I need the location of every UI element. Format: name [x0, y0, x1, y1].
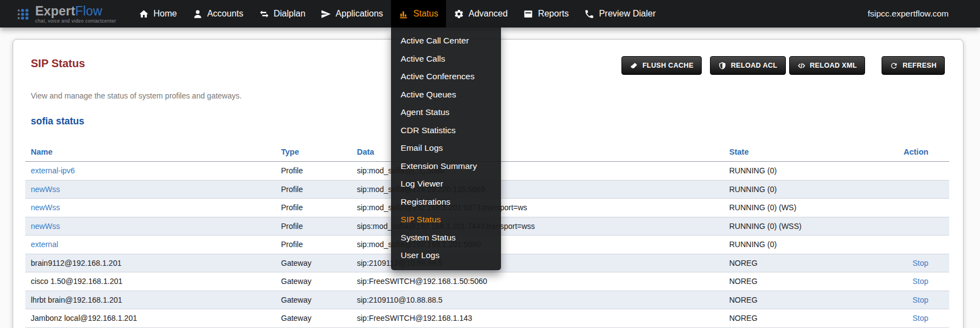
nav-item-applications[interactable]: Applications — [313, 0, 390, 28]
gateway-name: lhrbt brain@192.168.1.201 — [25, 296, 276, 304]
button-label: RELOAD XML — [810, 62, 857, 69]
nav-item-label: Dialplan — [274, 9, 306, 19]
gateway-name: brain9112@192.168.1.201 — [25, 259, 276, 267]
nav-item-reports[interactable]: Reports — [515, 0, 576, 28]
column-header-name: Name — [25, 147, 276, 156]
profile-link[interactable]: newWss — [31, 185, 60, 194]
nav-item-label: Preview Dialer — [599, 9, 656, 19]
cell-data: sip:2109110@10.88.88.5 — [351, 296, 724, 304]
table-row: Jambonz local@192.168.1.201 Gateway sip:… — [25, 309, 949, 328]
gateway-name: Jambonz local@192.168.1.201 — [25, 314, 276, 322]
cell-state: RUNNING (0) (WSS) — [724, 222, 904, 231]
cell-type: Gateway — [276, 259, 351, 267]
nav-item-status[interactable]: Status Active Call Center Active Calls A… — [391, 0, 446, 28]
reload-acl-button[interactable]: RELOAD ACL — [710, 56, 785, 75]
cell-type: Gateway — [276, 314, 351, 322]
profile-link[interactable]: newWss — [31, 222, 60, 231]
reload-xml-button[interactable]: RELOAD XML — [789, 56, 866, 75]
person-icon — [192, 9, 203, 19]
phone-icon — [584, 9, 594, 19]
stop-link[interactable]: Stop — [912, 259, 928, 267]
nav-item-label: Status — [414, 9, 438, 19]
cell-type: Profile — [276, 203, 351, 212]
cell-type: Profile — [276, 185, 351, 194]
stop-link[interactable]: Stop — [912, 314, 928, 322]
menu-item-cdr-statistics[interactable]: CDR Statistics — [391, 122, 501, 140]
flush-cache-button[interactable]: FLUSH CACHE — [621, 56, 702, 75]
cell-type: Gateway — [276, 296, 351, 304]
menu-item-active-queues[interactable]: Active Queues — [391, 86, 501, 104]
nav-item-label: Advanced — [469, 9, 508, 19]
column-header-type: Type — [276, 147, 351, 156]
nav-item-preview-dialer[interactable]: Preview Dialer — [576, 0, 663, 28]
nav-menu: Home Accounts Dialplan Applications Stat… — [131, 0, 663, 28]
nav-item-dialplan[interactable]: Dialplan — [251, 0, 313, 28]
cell-state: NOREG — [724, 277, 904, 286]
expertflow-logo: ExpertFlow chat, voice and video contact… — [16, 4, 124, 24]
cell-type: Profile — [276, 240, 351, 249]
menu-item-user-logs[interactable]: User Logs — [391, 247, 501, 265]
menu-item-active-conferences[interactable]: Active Conferences — [391, 68, 501, 86]
menu-item-system-status[interactable]: System Status — [391, 229, 501, 247]
cell-type: Gateway — [276, 277, 351, 286]
nav-item-label: Applications — [335, 9, 383, 19]
menu-item-extension-summary[interactable]: Extension Summary — [391, 157, 501, 176]
cell-state: RUNNING (0) — [724, 185, 904, 194]
archive-icon — [523, 9, 533, 19]
gateway-name: cisco 1.50@192.168.1.201 — [25, 277, 276, 286]
profile-link[interactable]: newWss — [31, 203, 60, 212]
eraser-icon — [630, 62, 638, 70]
shield-icon — [718, 62, 726, 70]
cell-type: Profile — [276, 166, 351, 175]
nav-item-label: Accounts — [207, 9, 244, 19]
cell-state: RUNNING (0) — [724, 240, 904, 249]
profile-link[interactable]: external-ipv6 — [31, 166, 75, 175]
menu-item-sip-status[interactable]: SIP Status — [391, 211, 501, 229]
paper-plane-icon — [321, 9, 331, 19]
nav-item-advanced[interactable]: Advanced — [446, 0, 515, 28]
stop-link[interactable]: Stop — [912, 296, 928, 304]
cell-type: Profile — [276, 222, 351, 231]
menu-item-email-logs[interactable]: Email Logs — [391, 139, 501, 157]
menu-item-active-calls[interactable]: Active Calls — [391, 50, 501, 68]
cell-state: NOREG — [724, 259, 904, 267]
gear-icon — [454, 9, 464, 19]
menu-item-log-viewer[interactable]: Log Viewer — [391, 175, 501, 193]
table-row: cisco 1.50@192.168.1.201 Gateway sip:Fre… — [25, 272, 949, 291]
logo-dots-icon — [16, 7, 31, 21]
menu-item-active-call-center[interactable]: Active Call Center — [391, 32, 501, 50]
page-title: SIP Status — [31, 58, 85, 69]
code-icon — [797, 62, 806, 70]
nav-item-label: Reports — [538, 9, 569, 19]
stop-link[interactable]: Stop — [912, 277, 928, 286]
logo-brand-expert: Expert — [35, 4, 75, 18]
page-description: View and manage the status of system pro… — [31, 91, 241, 100]
cell-state: RUNNING (0) (WS) — [724, 203, 904, 212]
refresh-button[interactable]: REFRESH — [882, 56, 945, 75]
nav-item-accounts[interactable]: Accounts — [185, 0, 251, 28]
button-label: RELOAD ACL — [731, 62, 777, 69]
logo-text: ExpertFlow chat, voice and video contact… — [35, 4, 116, 24]
refresh-icon — [890, 62, 898, 70]
menu-item-agent-status[interactable]: Agent Status — [391, 103, 501, 122]
profile-link[interactable]: external — [31, 240, 58, 249]
button-label: FLUSH CACHE — [642, 62, 693, 69]
menu-item-registrations[interactable]: Registrations — [391, 193, 501, 211]
top-navbar: ExpertFlow chat, voice and video contact… — [0, 0, 980, 28]
cell-state: RUNNING (0) — [724, 166, 904, 175]
toolbar: FLUSH CACHE RELOAD ACL RELOAD XML REFRES… — [621, 56, 945, 75]
section-title-sofia-status: sofia status — [31, 116, 84, 127]
column-header-state: State — [724, 147, 904, 156]
cell-state: NOREG — [724, 314, 904, 322]
cell-data: sip:FreeSWITCH@192.168.1.50:5060 — [351, 277, 724, 286]
home-icon — [139, 9, 149, 19]
server-domain-label: fsipcc.expertflow.com — [868, 9, 949, 19]
table-row: lhrbt brain@192.168.1.201 Gateway sip:21… — [25, 291, 949, 310]
nav-item-home[interactable]: Home — [131, 0, 185, 28]
cell-data: sip:FreeSWITCH@192.168.1.143 — [351, 314, 724, 322]
column-header-action: Action — [904, 147, 949, 156]
logo-tagline: chat, voice and video contactcenter — [35, 18, 116, 24]
button-label: REFRESH — [902, 62, 937, 69]
cell-state: NOREG — [724, 296, 904, 304]
status-dropdown-menu: Active Call Center Active Calls Active C… — [391, 28, 501, 270]
